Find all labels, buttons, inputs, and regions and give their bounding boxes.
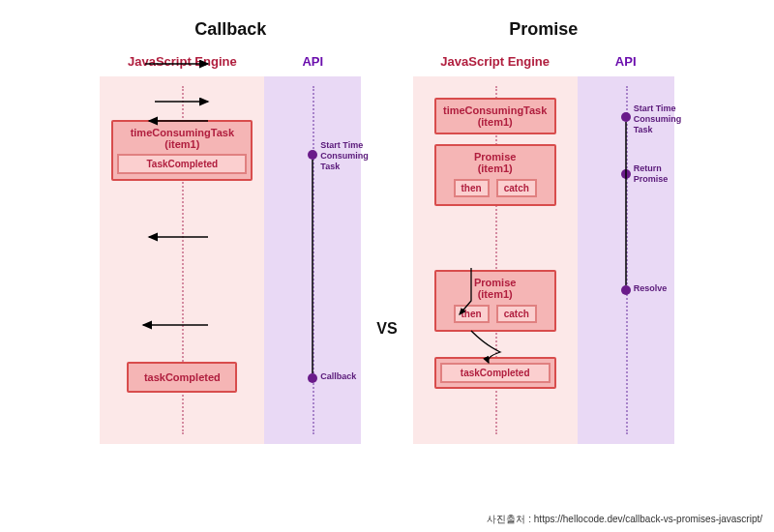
vs-label: VS (376, 320, 397, 338)
promise-promise-box-1: Promise (item1) then catch (434, 144, 556, 206)
callback-api-label-start: Start Time Consuming Task (320, 140, 369, 171)
callback-task-line2: (item1) (117, 138, 247, 150)
promise-p1-line1: Promise (440, 151, 551, 163)
promise-api-dot-start (621, 112, 631, 122)
promise-p1-catch: catch (496, 179, 537, 197)
promise-api-dot-return (621, 169, 631, 179)
promise-p2-line1: Promise (440, 277, 551, 288)
callback-engine-lane: timeConsumingTask (item1) TaskCompleted … (100, 76, 264, 444)
promise-api-label-return: Return Promise (634, 163, 669, 185)
promise-p2-catch: catch (496, 305, 537, 323)
promise-task-line2: (item1) (440, 116, 551, 128)
promise-completed-inner: taskCompleted (440, 363, 551, 383)
promise-panel: JavaScript Engine timeConsumingTask (ite… (413, 54, 674, 444)
promise-task-line1: timeConsumingTask (440, 104, 551, 116)
promise-p2-line2: (item1) (440, 288, 551, 300)
promise-p1-then: then (454, 179, 490, 197)
promise-p2-then: then (454, 305, 490, 323)
callback-completed-box: taskCompleted (127, 362, 237, 393)
promise-task-box: timeConsumingTask (item1) (434, 98, 556, 134)
callback-api-dot-callback (308, 373, 317, 383)
source-credit: 사진출처 : https://hellocode.dev/callback-vs… (487, 513, 762, 526)
promise-completed-outer: taskCompleted (434, 357, 556, 389)
callback-task-completed-inner: TaskCompleted (117, 154, 247, 174)
callback-panel: JavaScript Engine timeConsumingTask (ite… (100, 54, 361, 444)
promise-engine-column: JavaScript Engine timeConsumingTask (ite… (413, 54, 578, 444)
callback-engine-title: JavaScript Engine (100, 54, 264, 69)
callback-api-lane: Start Time Consuming Task Callback (264, 76, 361, 444)
promise-engine-title: JavaScript Engine (413, 54, 578, 69)
promise-p1-line2: (item1) (440, 163, 551, 174)
callback-title: Callback (194, 19, 266, 40)
promise-api-lifeline (626, 86, 628, 434)
promise-api-dot-resolve (621, 285, 631, 295)
callback-task-box: timeConsumingTask (item1) TaskCompleted (111, 120, 253, 181)
callback-api-column: API Start Time Consuming Task Callback (264, 54, 361, 444)
callback-api-dot-start (308, 150, 317, 160)
diagram-container: Callback JavaScript Engine timeConsuming… (0, 0, 774, 454)
callback-api-title: API (264, 54, 361, 69)
promise-api-lane: Start Time Consuming Task Return Promise… (578, 76, 674, 444)
promise-api-title: API (578, 54, 674, 69)
promise-engine-lane: timeConsumingTask (item1) Promise (item1… (413, 76, 578, 444)
callback-api-label-callback: Callback (320, 371, 356, 382)
promise-api-label-start: Start Time Consuming Task (634, 103, 682, 134)
promise-title: Promise (509, 19, 578, 40)
callback-side: Callback JavaScript Engine timeConsuming… (100, 19, 361, 444)
callback-engine-column: JavaScript Engine timeConsumingTask (ite… (100, 54, 264, 444)
callback-task-line1: timeConsumingTask (117, 127, 247, 138)
promise-side: Promise JavaScript Engine timeConsumingT… (413, 19, 674, 444)
promise-api-label-resolve: Resolve (634, 283, 668, 294)
promise-promise-box-2: Promise (item1) then catch (434, 270, 556, 332)
callback-completed-text: taskCompleted (144, 371, 221, 383)
promise-api-column: API Start Time Consuming Task Return Pro… (578, 54, 674, 444)
